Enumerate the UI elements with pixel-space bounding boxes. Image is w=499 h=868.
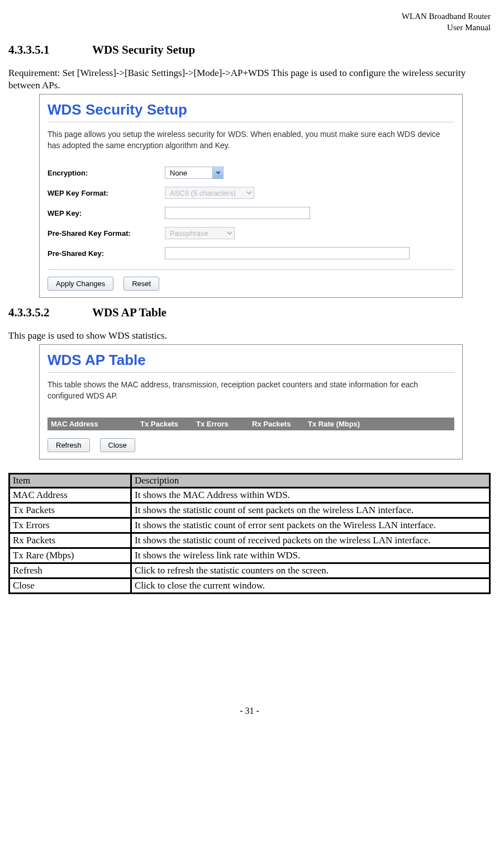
panel1-title: WDS Security Setup (47, 101, 454, 122)
header-line2: User Manual (447, 23, 491, 32)
refresh-button[interactable]: Refresh (47, 438, 90, 452)
panel2-title: WDS AP Table (47, 352, 454, 373)
table-row: MAC AddressIt shows the MAC Address with… (10, 488, 489, 502)
wds-security-panel: WDS Security Setup This page allows you … (39, 94, 463, 298)
psk-label: Pre-Shared Key: (47, 249, 165, 258)
page-number: - 31 - (8, 706, 491, 716)
th-desc: Description (132, 475, 489, 487)
apcol-rxpackets: Rx Packets (252, 420, 308, 428)
close-button[interactable]: Close (100, 438, 135, 452)
panel1-desc: This page allows you setup the wireless … (47, 129, 454, 151)
table-row: Tx PacketsIt shows the statistic count o… (10, 504, 489, 517)
intro-text-2: This page is used to show WDS statistics… (8, 330, 491, 342)
table-row: Tx ErrorsIt shows the statistic count of… (10, 519, 489, 532)
pskformat-label: Pre-Shared Key Format: (47, 229, 165, 238)
apcol-mac: MAC Address (51, 420, 140, 428)
pskformat-select: Passphrase (165, 227, 235, 239)
wepkey-label: WEP Key: (47, 209, 165, 217)
wepkey-input[interactable] (165, 207, 310, 219)
wepformat-label: WEP Key Format: (47, 189, 165, 197)
encryption-label: Encryption: (47, 169, 165, 177)
wepformat-select: ASCII (5 characters) (165, 187, 254, 199)
description-table: Item Description MAC AddressIt shows the… (8, 473, 491, 595)
psk-input[interactable] (165, 247, 410, 259)
section-number-1: 4.3.3.5.1 (8, 43, 89, 57)
document-header: WLAN Broadband Router User Manual (8, 11, 491, 33)
table-row: RefreshClick to refresh the statistic co… (10, 564, 489, 577)
wds-aptable-panel: WDS AP Table This table shows the MAC ad… (39, 344, 463, 459)
apcol-txrate: Tx Rate (Mbps) (308, 420, 451, 428)
header-line1: WLAN Broadband Router (402, 12, 491, 21)
section-number-2: 4.3.3.5.2 (8, 306, 89, 320)
section-title-1: WDS Security Setup (92, 43, 195, 56)
table-row: Rx PacketsIt shows the statistic count o… (10, 534, 489, 547)
intro-text-1: Requirement: Set [Wireless]->[Basic Sett… (8, 67, 491, 92)
panel2-desc: This table shows the MAC address, transm… (47, 380, 454, 401)
encryption-select[interactable]: None (165, 167, 224, 179)
section-heading-1: 4.3.3.5.1 WDS Security Setup (8, 43, 491, 57)
section-title-2: WDS AP Table (92, 306, 167, 319)
aptable-header-row: MAC Address Tx Packets Tx Errors Rx Pack… (47, 418, 454, 430)
apcol-txerrors: Tx Errors (196, 420, 252, 428)
apply-changes-button[interactable]: Apply Changes (47, 277, 113, 291)
table-row: CloseClick to close the current window. (10, 579, 489, 592)
th-item: Item (10, 475, 130, 487)
table-row: Tx Rare (Mbps)It shows the wireless link… (10, 549, 489, 562)
apcol-txpackets: Tx Packets (140, 420, 196, 428)
section-heading-2: 4.3.3.5.2 WDS AP Table (8, 306, 491, 320)
reset-button[interactable]: Reset (123, 277, 159, 291)
